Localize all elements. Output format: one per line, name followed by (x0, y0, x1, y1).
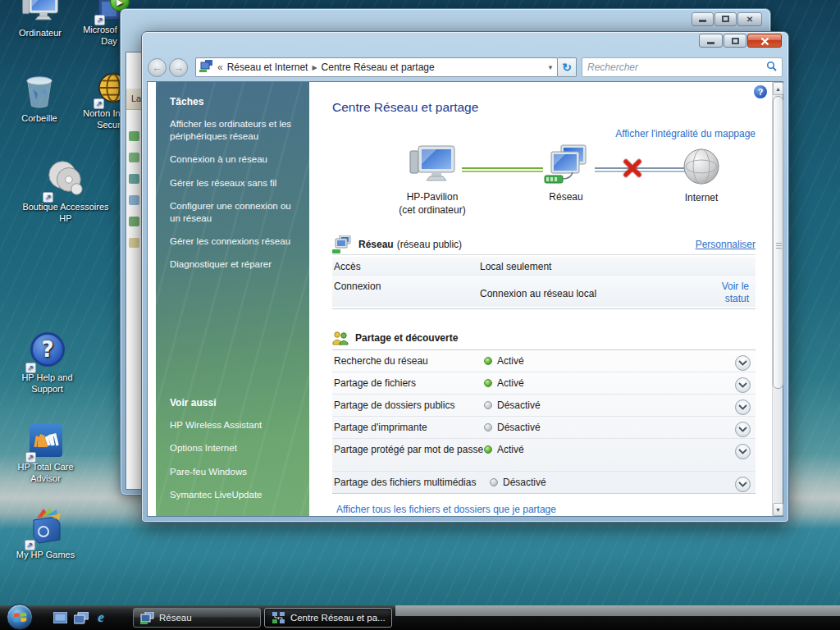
window-switcher-icon[interactable] (72, 609, 90, 626)
start-button[interactable] (7, 604, 33, 630)
sidebar-item-manage-connections[interactable]: Gérer les connexions réseau (170, 235, 299, 248)
sharing-row-label: Recherche du réseau (334, 355, 484, 368)
scroll-down-button[interactable]: ▼ (773, 503, 783, 516)
expand-chevron-button[interactable] (735, 422, 751, 437)
svg-text:?: ? (41, 337, 53, 362)
sidebar-item-connect-network[interactable]: Connexion à un réseau (170, 153, 299, 166)
sidebar-item-diagnose-repair[interactable]: Diagnostiquer et réparer (170, 258, 299, 271)
map-node-label: HP-Pavilion (383, 191, 482, 204)
network-small-icon (199, 60, 213, 75)
show-shared-files-link[interactable]: Afficher tous les fichiers et dossiers q… (336, 504, 556, 515)
network-qualifier: (réseau public) (397, 239, 462, 250)
refresh-button[interactable]: ↻ (558, 57, 577, 77)
status-dot (484, 423, 492, 431)
cd-discs-icon: ↗ (45, 158, 86, 202)
sidebar-item-symantec-liveupdate[interactable]: Symantec LiveUpdate (170, 489, 299, 501)
view-status-link[interactable]: Voir le statut (706, 281, 749, 305)
status-dot (484, 401, 492, 409)
map-node-sublabel: (cet ordinateur) (383, 204, 482, 217)
search-box[interactable]: Rechercher (582, 57, 783, 77)
sharing-title: Partage et découverte (355, 332, 458, 344)
sidebar-item-internet-options[interactable]: Options Internet (170, 442, 299, 454)
taskbar-button-label: Réseau (159, 613, 192, 623)
forward-button[interactable]: → (169, 58, 188, 77)
desktop-icon-corbeille[interactable]: Corbeille (2, 72, 77, 125)
network-icon (543, 144, 589, 185)
sharing-row-status: Activé (497, 444, 524, 455)
sharing-section-header: Partage et découverte (332, 327, 756, 349)
status-dot (484, 379, 492, 387)
taskbar-glass-band (395, 605, 840, 616)
row-label: Connexion (334, 281, 480, 305)
sidebar-item-windows-firewall[interactable]: Pare-feu Windows (170, 466, 299, 478)
sharing-row: Partage de fichiers Activé (332, 372, 756, 395)
sharing-row-status: Activé (497, 377, 524, 389)
internet-explorer-icon[interactable]: e (92, 609, 110, 626)
search-icon[interactable] (766, 61, 777, 74)
close-button[interactable]: ✕ (737, 12, 762, 26)
sidebar-item-setup-connection[interactable]: Configurer une connexion ou un réseau (170, 200, 299, 225)
expand-chevron-button[interactable] (735, 377, 751, 393)
expand-chevron-button[interactable] (735, 355, 751, 371)
minimize-button[interactable] (692, 12, 714, 26)
tasks-title: Tâches (170, 96, 299, 107)
expand-chevron-button[interactable] (735, 444, 751, 459)
back-button[interactable]: ← (148, 58, 167, 77)
scrollbar-grip-icon (776, 243, 782, 249)
expand-chevron-button[interactable] (735, 399, 751, 415)
breadcrumb-collapse[interactable]: « (217, 62, 223, 73)
map-node-label: Réseau (517, 191, 615, 204)
network-row-access: Accès Local seulement (332, 257, 756, 276)
desktop-icon-ordinateur[interactable]: Ordinateur (3, 0, 77, 39)
view-full-map-link[interactable]: Afficher l'intégralité du mappage (615, 128, 756, 139)
map-node-this-computer[interactable]: HP-Pavilion (cet ordinateur) (383, 143, 482, 217)
sidebar-item-view-computers[interactable]: Afficher les ordinateurs et les périphér… (170, 118, 299, 143)
taskbar: e Réseau Centre Réseau et pa... (0, 605, 840, 630)
help-icon[interactable]: ? (754, 85, 767, 98)
show-desktop-icon[interactable] (51, 609, 69, 626)
map-node-internet[interactable]: Internet (652, 148, 751, 205)
shortcut-arrow-icon: ↗ (25, 363, 36, 373)
see-also-title: Voir aussi (170, 397, 299, 409)
scrollbar-thumb[interactable] (773, 96, 783, 389)
close-button[interactable] (747, 34, 782, 48)
desktop-icon-hp-help[interactable]: ? ↗ HP Help and Support (8, 330, 86, 395)
scroll-up-button[interactable]: ▲ (773, 82, 783, 95)
taskbar-button-centre-reseau[interactable]: Centre Réseau et pa... (264, 608, 392, 628)
page-title: Centre Réseau et partage (332, 100, 478, 115)
main-panel: Centre Réseau et partage ? Afficher l'in… (309, 82, 772, 516)
background-toolbar-label: La (131, 94, 141, 103)
maximize-button[interactable] (714, 12, 737, 26)
sharing-row-status: Activé (497, 355, 524, 367)
breadcrumb-separator-icon: ▶ (312, 64, 317, 71)
network-map-icon (272, 612, 285, 624)
personalize-link[interactable]: Personnaliser (696, 239, 756, 250)
taskbar-button-reseau[interactable]: Réseau (133, 608, 261, 628)
map-node-label: Internet (652, 192, 751, 205)
desktop-icon-label: Boutique Accessoires HP (16, 202, 115, 225)
taskbar-button-label: Centre Réseau et pa... (290, 613, 385, 623)
network-row-connection: Connexion Connexion au réseau local Voir… (332, 277, 756, 307)
maximize-button[interactable] (724, 34, 746, 48)
sharing-row: Partage d'imprimante Désactivé (332, 417, 756, 439)
folder-icon (129, 217, 139, 226)
map-node-network[interactable]: Réseau (517, 144, 615, 204)
sidebar-item-hp-wireless[interactable]: HP Wireless Assistant (170, 419, 299, 431)
breadcrumb-item[interactable]: Réseau et Internet (227, 62, 308, 73)
desktop-icon-my-hp-games[interactable]: ↗ My HP Games (7, 507, 84, 561)
row-value: Local seulement (480, 261, 749, 272)
breadcrumb-item[interactable]: Centre Réseau et partage (322, 62, 435, 73)
games-box-icon: ↗ (27, 507, 65, 550)
sidebar-item-manage-wireless[interactable]: Gérer les réseaux sans fil (170, 177, 299, 189)
address-dropdown-icon[interactable]: ▼ (547, 64, 554, 71)
desktop-icon-label: Ordinateur (3, 28, 77, 39)
address-bar[interactable]: « Réseau et Internet ▶ Centre Réseau et … (195, 57, 558, 77)
minimize-button[interactable] (699, 34, 723, 48)
sharing-row: Partage de dossiers publics Désactivé (332, 395, 756, 417)
sharing-row-status: Désactivé (503, 477, 546, 488)
expand-chevron-button[interactable] (735, 477, 751, 492)
sharing-row: Partage des fichiers multimédias Désacti… (332, 472, 756, 493)
desktop-icon-boutique-hp[interactable]: ↗ Boutique Accessoires HP (16, 158, 115, 224)
desktop-icon-hp-total-care[interactable]: ↗ HP Total Care Advisor (7, 422, 84, 484)
scrollbar[interactable]: ▲ ▼ (772, 82, 783, 516)
